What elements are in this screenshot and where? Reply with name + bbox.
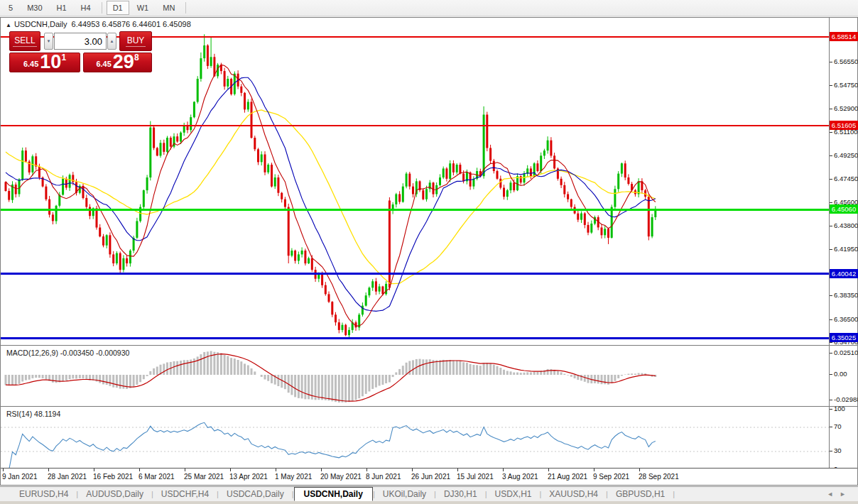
time-axis[interactable]: 9 Jan 202128 Jan 202116 Feb 20216 Mar 20… [1, 468, 857, 485]
price-tick-6.49250: 6.49250 [834, 151, 858, 159]
tab-usdcad-daily[interactable]: USDCAD,Daily [219, 488, 292, 500]
rsi-axis-70-tick [830, 427, 832, 427]
volume-input[interactable] [54, 33, 107, 50]
price-tick-6.45600-tick [830, 202, 832, 203]
timeframe-w1-button[interactable]: W1 [131, 1, 156, 15]
price-level-badge-6.58514: 6.58514 [830, 32, 858, 41]
macd-axis-0.00-tick [830, 374, 832, 375]
tab-usdchf-h4[interactable]: USDCHF,H4 [153, 488, 217, 500]
date-label-28-sep-2021: 28 Sep 2021 [639, 473, 679, 481]
sell-button[interactable]: SELL [9, 31, 40, 51]
date-tick [139, 469, 140, 471]
chart-title-ohlc: 6.44953 6.45876 6.44601 6.45098 [72, 20, 191, 28]
rsi-axis-70: 70 [834, 422, 842, 430]
macd-label: MACD(12,26,9) -0.003450 -0.000930 [6, 349, 129, 357]
tab-dj30-h1[interactable]: DJ30,H1 [436, 488, 485, 500]
buy-price-box[interactable]: 6.45 29 8 [83, 53, 152, 72]
one-click-trade-panel: SELL ▼ ▲ BUY 6.45 10 1 6.45 29 8 [9, 31, 152, 72]
timeframe-m30-button[interactable]: M30 [21, 1, 48, 15]
date-tick [48, 469, 49, 471]
date-tick [457, 469, 458, 471]
price-tick-6.43800-tick [830, 226, 832, 226]
price-tick-6.41950-tick [830, 249, 832, 250]
macd-axis--0.02988-tick [830, 400, 832, 400]
buy-price-prefix: 6.45 [96, 60, 111, 68]
timeframe-mn-button[interactable]: MN [156, 1, 181, 15]
price-tick-6.54750-tick [830, 85, 832, 86]
date-tick [412, 469, 413, 471]
tab-gbpusd-h1[interactable]: GBPUSD,H1 [608, 488, 673, 500]
tab-separator: | [673, 490, 675, 498]
rsi-label: RSI(14) 48.1194 [6, 410, 60, 418]
price-level-badge-6.45060: 6.45060 [830, 204, 858, 214]
macd-axis-0.025108: 0.025108 [834, 349, 858, 356]
bottom-strip [0, 501, 858, 504]
toolbar-separator [102, 2, 102, 13]
date-label-15-jul-2021: 15 Jul 2021 [457, 473, 494, 481]
price-tick-6.41950: 6.41950 [834, 245, 858, 253]
collapse-chart-icon[interactable]: ▲ [6, 22, 11, 28]
price-tick-6.54750: 6.54750 [834, 81, 858, 89]
timeframe-h1-button[interactable]: H1 [50, 1, 73, 15]
chart-title-symbol: USDCNH,Daily [14, 20, 67, 28]
chart-window: ▲USDCNH,Daily 6.44953 6.45876 6.44601 6.… [0, 17, 858, 486]
sell-price-prefix: 6.45 [23, 60, 38, 68]
tab-usdcnh-daily[interactable]: USDCNH,Daily [294, 487, 373, 501]
price-tick-6.47450: 6.47450 [834, 175, 858, 182]
date-tick [366, 469, 367, 471]
date-label-20-may-2021: 20 May 2021 [320, 473, 362, 481]
tab-scroll-left-icon[interactable]: ◄ [827, 491, 840, 498]
rsi-axis-30-tick [830, 451, 832, 451]
price-scale[interactable]: 6.565506.547506.529006.511006.492506.474… [829, 18, 857, 345]
rsi-axis-100: 100 [834, 405, 845, 412]
date-tick [3, 469, 4, 471]
date-label-16-feb-2021: 16 Feb 2021 [93, 473, 133, 481]
macd-subwindow[interactable]: MACD(12,26,9) -0.003450 -0.000930 [1, 345, 829, 406]
date-label-9-jan-2021: 9 Jan 2021 [2, 473, 38, 481]
macd-axis-0.00: 0.00 [834, 370, 847, 378]
timeframe-h4-button[interactable]: H4 [75, 1, 97, 15]
rsi-subwindow[interactable]: RSI(14) 48.1194 [1, 406, 829, 468]
date-tick [639, 469, 640, 471]
timeframe-toolbar: 5M30H1H4D1W1MN [0, 0, 858, 16]
buy-price-big: 29 [113, 53, 134, 70]
buy-price-sup: 8 [134, 53, 139, 62]
macd-axis--0.02988: -0.02988 [834, 395, 858, 403]
timeframe-5-button[interactable]: 5 [2, 1, 19, 15]
price-tick-6.56550-tick [830, 62, 832, 62]
price-tick-6.36500-tick [830, 319, 832, 320]
toolbar-separator [185, 2, 186, 13]
date-tick [276, 469, 276, 471]
volume-increase-icon[interactable]: ▲ [107, 33, 116, 50]
date-tick [548, 469, 549, 471]
date-tick [185, 469, 185, 471]
tab-eurusd-h4[interactable]: EURUSD,H4 [11, 488, 76, 500]
tab-ukoil-daily[interactable]: UKOil,Daily [375, 488, 434, 500]
price-tick-6.43800: 6.43800 [834, 221, 858, 229]
price-tick-6.36500: 6.36500 [834, 315, 858, 323]
symbol-tab-bar: EURUSD,H4|AUDUSD,Daily|USDCHF,H4|USDCAD,… [0, 486, 858, 501]
buy-button[interactable]: BUY [119, 31, 152, 51]
tab-usdx-h1[interactable]: USDX,H1 [487, 488, 539, 500]
date-label-6-mar-2021: 6 Mar 2021 [139, 473, 175, 481]
date-label-8-jun-2021: 8 Jun 2021 [366, 473, 401, 481]
volume-decrease-icon[interactable]: ▼ [44, 33, 53, 50]
price-tick-6.52900-tick [830, 109, 832, 109]
sell-price-big: 10 [40, 53, 61, 70]
sell-price-box[interactable]: 6.45 10 1 [9, 53, 80, 72]
tab-scroll-right-icon[interactable]: ► [840, 491, 852, 498]
date-label-28-jan-2021: 28 Jan 2021 [48, 473, 87, 481]
timeframe-d1-button[interactable]: D1 [107, 1, 129, 15]
price-tick-6.47450-tick [830, 179, 832, 180]
date-tick [594, 469, 594, 471]
tab-audusd-daily[interactable]: AUDUSD,Daily [78, 488, 151, 500]
price-tick-6.38350-tick [830, 295, 832, 296]
chart-title: ▲USDCNH,Daily 6.44953 6.45876 6.44601 6.… [6, 20, 191, 28]
macd-axis-0.025108-tick [830, 353, 832, 354]
rsi-chart [1, 407, 829, 468]
sell-price-sup: 1 [61, 53, 66, 62]
price-tick-6.34700-tick [830, 342, 832, 343]
tab-xauusd-h4[interactable]: XAUUSD,H4 [541, 488, 606, 500]
price-tick-6.49250-tick [830, 155, 832, 156]
rsi-axis-100-tick [830, 409, 832, 410]
